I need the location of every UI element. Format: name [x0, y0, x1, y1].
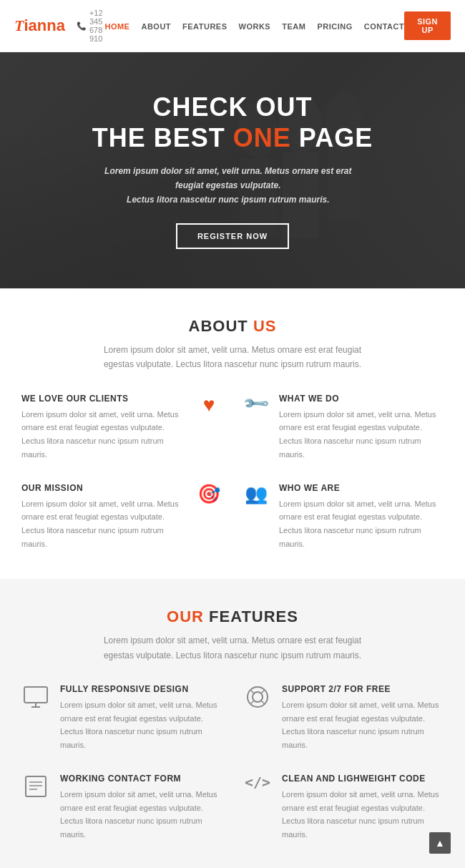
feature-code-text: Lorem ipsum dolor sit amet, velit urna. …	[282, 788, 444, 842]
feature-support-text: Lorem ipsum dolor sit amet, velit urna. …	[282, 698, 444, 752]
people-icon: 👥	[243, 483, 269, 505]
svg-rect-16	[26, 776, 46, 796]
svg-point-11	[253, 692, 263, 702]
feature-responsive: FULLY RESPONSIVE DESIGN Lorem ipsum dolo…	[21, 684, 222, 752]
nav-item-contact[interactable]: CONTACT	[364, 19, 404, 32]
wrench-icon: 🔧	[240, 387, 272, 419]
navbar: Tianna 📞 +12 345 678 910 HOME ABOUT FEAT…	[0, 0, 465, 52]
phone-icon: 📞	[77, 21, 87, 31]
signup-button[interactable]: SIGN UP	[404, 11, 451, 40]
nav-item-team[interactable]: TEAM	[282, 19, 305, 32]
code-icon: </>	[243, 774, 272, 791]
about-item-mission: OUR MISSION Lorem ipsum dolor sit amet, …	[21, 483, 222, 551]
svg-line-12	[250, 690, 254, 693]
hero-section: CHECK OUT THE BEST ONE PAGE Lorem ipsum …	[0, 52, 465, 288]
about-item-whatwedo-text: Lorem ipsum dolor sit amet, velit urna. …	[279, 408, 444, 462]
feature-contact-title: WORKING CONTACT FORM	[60, 774, 222, 784]
about-item-clients-text: Lorem ipsum dolor sit amet, velit urna. …	[21, 408, 186, 462]
hero-subtitle: Lorem ipsum dolor sit amet, velit urna. …	[92, 164, 364, 208]
svg-line-13	[261, 701, 265, 704]
feature-contact: WORKING CONTACT FORM Lorem ipsum dolor s…	[21, 774, 222, 842]
scroll-top-button[interactable]: ▲	[429, 832, 451, 854]
feature-code-title: CLEAN AND LIGHWEIGHT CODE	[282, 774, 444, 784]
lifering-icon	[243, 684, 272, 715]
about-item-whoweare-text: Lorem ipsum dolor sit amet, velit urna. …	[279, 497, 444, 551]
svg-rect-7	[24, 687, 47, 703]
feature-responsive-text: Lorem ipsum dolor sit amet, velit urna. …	[60, 698, 222, 752]
about-subtitle: Lorem ipsum dolor sit amet, velit urna. …	[89, 343, 376, 372]
feature-contact-text: Lorem ipsum dolor sit amet, velit urna. …	[60, 788, 222, 842]
about-item-clients: WE LOVE OUR CLIENTS Lorem ipsum dolor si…	[21, 394, 222, 462]
feature-support-title: SUPPORT 2/7 FOR FREE	[282, 684, 444, 694]
about-item-mission-text: Lorem ipsum dolor sit amet, velit urna. …	[21, 497, 186, 551]
hero-content: CHECK OUT THE BEST ONE PAGE Lorem ipsum …	[92, 92, 373, 249]
about-item-whatwedo: 🔧 WHAT WE DO Lorem ipsum dolor sit amet,…	[243, 394, 444, 462]
nav-item-works[interactable]: WORKS	[239, 19, 271, 32]
heart-icon: ♥	[196, 394, 222, 416]
nav-item-home[interactable]: HOME	[104, 19, 129, 32]
about-section: ABOUT US Lorem ipsum dolor sit amet, vel…	[0, 288, 465, 579]
about-item-clients-title: WE LOVE OUR CLIENTS	[21, 394, 186, 404]
about-item-mission-title: OUR MISSION	[21, 483, 186, 493]
about-item-whatwedo-title: WHAT WE DO	[279, 394, 444, 404]
feature-responsive-title: FULLY RESPONSIVE DESIGN	[60, 684, 222, 694]
nav-item-pricing[interactable]: PRICING	[317, 19, 352, 32]
phone-number: 📞 +12 345 678 910	[77, 9, 105, 43]
form-icon	[21, 774, 50, 804]
features-section: OUR FEATURES Lorem ipsum dolor sit amet,…	[0, 579, 465, 868]
nav-menu: HOME ABOUT FEATURES WORKS TEAM PRICING C…	[104, 19, 404, 32]
brand-name: ianna	[24, 16, 64, 34]
features-title: OUR FEATURES	[21, 608, 444, 626]
feature-code: </> CLEAN AND LIGHWEIGHT CODE Lorem ipsu…	[243, 774, 444, 842]
nav-item-about[interactable]: ABOUT	[141, 19, 171, 32]
about-grid: WE LOVE OUR CLIENTS Lorem ipsum dolor si…	[21, 394, 444, 551]
nav-item-features[interactable]: FEATURES	[182, 19, 227, 32]
monitor-icon	[21, 684, 50, 715]
svg-line-14	[261, 690, 265, 693]
about-title: ABOUT US	[21, 317, 444, 336]
features-subtitle: Lorem ipsum dolor sit amet, velit urna. …	[89, 633, 376, 663]
features-grid: FULLY RESPONSIVE DESIGN Lorem ipsum dolo…	[21, 684, 444, 842]
register-button[interactable]: REGISTER NOW	[176, 223, 289, 249]
about-item-whoweare-title: WHO WE ARE	[279, 483, 444, 493]
svg-line-15	[250, 701, 254, 704]
hero-title: CHECK OUT THE BEST ONE PAGE	[92, 92, 373, 153]
about-item-whoweare: 👥 WHO WE ARE Lorem ipsum dolor sit amet,…	[243, 483, 444, 551]
brand-logo[interactable]: Tianna	[14, 16, 65, 35]
feature-support: SUPPORT 2/7 FOR FREE Lorem ipsum dolor s…	[243, 684, 444, 752]
target-icon: 🎯	[196, 483, 222, 505]
